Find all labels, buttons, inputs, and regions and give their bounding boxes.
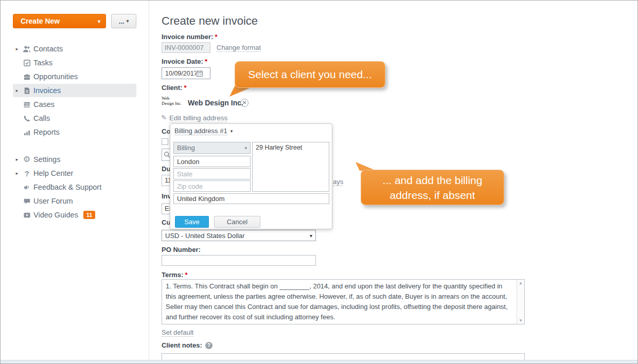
- sidebar-item-reports[interactable]: Reports: [13, 125, 136, 139]
- sidebar-item-invoices[interactable]: ▸ Invoices: [13, 84, 136, 97]
- app-window: Create New ▾ ... ▾ ▸ Contacts Tasks Oppo…: [0, 0, 638, 364]
- state-input[interactable]: [173, 168, 251, 179]
- sidebar-item-opportunities[interactable]: Opportunities: [13, 70, 136, 83]
- chevron-down-icon: ▾: [310, 233, 312, 239]
- sidebar-item-help-center[interactable]: ▸ ? Help Center: [13, 167, 136, 180]
- sidebar-item-feedback-support[interactable]: Feedback & Support: [13, 180, 136, 194]
- country-input[interactable]: [173, 193, 329, 204]
- sidebar-divider: [149, 1, 149, 360]
- save-button[interactable]: Save: [175, 216, 209, 228]
- create-new-button[interactable]: Create New ▾: [13, 14, 106, 28]
- more-actions-button[interactable]: ... ▾: [111, 14, 136, 28]
- sidebar-item-label: User Forum: [33, 197, 73, 205]
- chevron-right-icon: ▸: [13, 88, 21, 93]
- sidebar-item-video-guides[interactable]: Video Guides 11: [13, 208, 136, 222]
- billing-address-selector[interactable]: Billing address #1 ▾: [174, 127, 233, 135]
- pencil-icon: ✎: [161, 114, 167, 121]
- invoice-date-field[interactable]: [162, 67, 210, 79]
- cancel-button[interactable]: Cancel: [214, 216, 260, 228]
- contact-checkbox[interactable]: [162, 138, 168, 145]
- zip-code-input[interactable]: [173, 180, 251, 192]
- remove-client-icon[interactable]: ✕: [240, 99, 249, 107]
- sidebar-item-label: Help Center: [33, 169, 73, 177]
- chevron-right-icon: ▸: [13, 157, 21, 162]
- set-default-link[interactable]: Set default: [162, 329, 193, 337]
- sidebar-item-label: Calls: [33, 114, 50, 122]
- billing-address-popup: Billing address #1 ▾ Billing ▾ 29 Harley…: [170, 123, 332, 229]
- due-date-label-fragment: Du: [162, 165, 170, 173]
- po-number-input[interactable]: [162, 255, 316, 266]
- sidebar-item-calls[interactable]: Calls: [13, 112, 136, 125]
- bar-chart-icon: [21, 129, 32, 136]
- days-link-fragment[interactable]: ays: [333, 178, 343, 186]
- megaphone-icon: [21, 184, 32, 191]
- sidebar-item-label: Tasks: [33, 59, 52, 67]
- gear-icon: ⚙: [21, 155, 32, 163]
- scroll-up-icon[interactable]: ▲: [517, 281, 524, 285]
- sidebar-item-label: Reports: [33, 128, 60, 136]
- po-number-label: PO Number:: [162, 246, 201, 253]
- sidebar-item-label: Feedback & Support: [33, 183, 101, 191]
- sidebar-item-contacts[interactable]: ▸ Contacts: [13, 42, 136, 56]
- chevron-down-icon: ▾: [231, 129, 233, 134]
- client-notes-row: Client notes: ?: [162, 341, 212, 349]
- sidebar-item-tasks[interactable]: Tasks: [13, 56, 136, 69]
- client-logo: Web Design Inc.: [162, 96, 182, 106]
- video-icon: [21, 211, 32, 219]
- sidebar-item-label: Video Guides: [33, 211, 78, 219]
- tooltip-select-client: Select a client you need...: [235, 61, 385, 88]
- address-type-select[interactable]: Billing ▾: [173, 142, 251, 154]
- change-format-link[interactable]: Change format: [217, 44, 261, 52]
- window-bottom-strip: [1, 360, 637, 364]
- sidebar-item-label: Opportunities: [33, 72, 78, 81]
- terms-textarea[interactable]: 1. Terms. This Contract shall begin on _…: [162, 279, 525, 324]
- invoice-icon: [21, 87, 32, 95]
- sidebar-item-label: Contacts: [33, 45, 63, 53]
- sidebar-item-user-forum[interactable]: User Forum: [13, 194, 136, 208]
- question-icon: ?: [21, 169, 32, 178]
- sidebar-item-label: Cases: [33, 100, 55, 108]
- client-label: Client:*: [162, 84, 187, 92]
- currency-label-fragment: Cu: [162, 219, 170, 226]
- invoice-number-label: Invoice number:*: [162, 33, 217, 41]
- page-title: Create new invoice: [162, 14, 258, 28]
- chevron-right-icon: ▸: [13, 46, 21, 51]
- terms-scrollbar[interactable]: ▲ ▼: [517, 280, 524, 324]
- client-name: Web Design Inc.: [188, 99, 243, 107]
- invoice-date-input[interactable]: [162, 70, 196, 77]
- invoice-date-label: Invoice Date:*: [162, 58, 207, 65]
- sidebar-item-settings[interactable]: ▸ ⚙ Settings: [13, 153, 136, 166]
- tooltip-billing-address: ... and add the billing address, if abse…: [361, 170, 504, 205]
- sidebar-item-label: Settings: [33, 155, 60, 163]
- currency-select[interactable]: USD - United States Dollar ▾: [162, 230, 316, 241]
- sidebar-item-label: Invoices: [33, 86, 61, 95]
- terms-label: Terms:*: [162, 271, 187, 279]
- invoice-number-input[interactable]: [162, 42, 210, 53]
- city-input[interactable]: [173, 156, 251, 167]
- street-textarea[interactable]: 29 Harley Street: [252, 142, 329, 192]
- contacts-icon: [21, 45, 32, 53]
- briefcase-icon: [21, 73, 32, 81]
- contact-label-fragment: Co: [162, 128, 170, 135]
- tasks-icon: [21, 59, 32, 67]
- chevron-down-icon: ▾: [98, 19, 100, 24]
- video-guides-count-badge: 11: [83, 211, 96, 219]
- ellipsis-label: ...: [119, 17, 125, 25]
- chevron-down-icon: ▾: [244, 145, 247, 151]
- client-notes-label: Client notes:: [162, 341, 202, 349]
- chevron-down-icon: ▾: [127, 19, 129, 24]
- calendar-icon[interactable]: [196, 70, 203, 77]
- cases-icon: [21, 101, 32, 108]
- terms-text: 1. Terms. This Contract shall begin on _…: [162, 280, 517, 324]
- edit-billing-address-link[interactable]: Edit billing address: [169, 114, 227, 122]
- phone-icon: [21, 115, 32, 122]
- scroll-down-icon[interactable]: ▼: [517, 318, 524, 323]
- help-icon[interactable]: ?: [205, 342, 212, 349]
- speech-bubble-icon: [21, 197, 32, 205]
- create-new-label: Create New: [21, 17, 98, 25]
- chevron-right-icon: ▸: [13, 171, 21, 176]
- sidebar-item-cases[interactable]: Cases: [13, 98, 136, 111]
